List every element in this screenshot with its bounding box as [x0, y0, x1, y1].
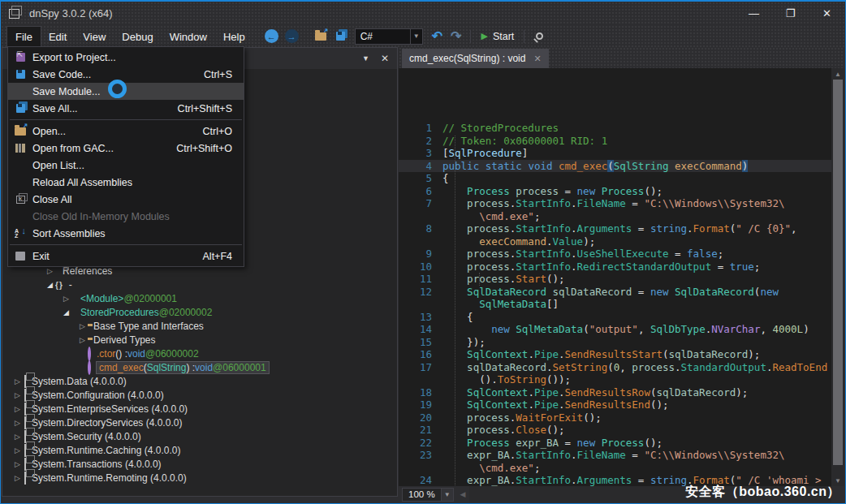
scroll-up-icon[interactable]: ▲ [831, 68, 844, 80]
tree-item[interactable]: ▷System.Security (4.0.0.0) [2, 429, 397, 443]
code-line[interactable]: 20 process.WaitForExit(); [399, 411, 831, 424]
code-content[interactable]: 1// StoredProcedures2// Token: 0x0600000… [399, 68, 831, 486]
tab-close-icon[interactable]: ✕ [533, 54, 541, 64]
menu-item-close-all[interactable]: Close All [8, 191, 244, 208]
vertical-scrollbar-thumb[interactable] [833, 80, 843, 465]
tree-expander-icon[interactable]: ▷ [12, 419, 23, 427]
code-line[interactable]: 19 SqlContext.Pipe.SendResultsEnd(); [399, 398, 831, 411]
code-line[interactable]: SqlMetaData[] [399, 298, 831, 311]
code-line[interactable]: 16 SqlContext.Pipe.SendResultsStart(sqlD… [399, 348, 831, 361]
code-line[interactable]: 1// StoredProcedures [399, 122, 831, 135]
pane-menu-caret-icon[interactable]: ▼ [362, 54, 369, 62]
tree-expander-icon[interactable]: ▷ [12, 433, 23, 441]
tree-expander-icon[interactable]: ▷ [12, 391, 23, 399]
menubar-item-window[interactable]: Window [162, 27, 215, 47]
menubar-item-view[interactable]: View [75, 27, 114, 47]
code-editor[interactable]: 1// StoredProcedures2// Token: 0x0600000… [399, 68, 844, 486]
scroll-left-icon[interactable]: ◀ [460, 490, 466, 498]
tree-expander-icon[interactable]: ▷ [12, 377, 23, 386]
tree-expander-icon[interactable]: ▷ [12, 460, 23, 468]
start-debug-button[interactable]: ▶ Start [476, 31, 519, 42]
vertical-scrollbar[interactable]: ▲ ▼ [831, 68, 844, 486]
tree-item[interactable]: cmd_exec(SqlString) : void @06000001 [2, 360, 397, 374]
menu-item-export-to-project[interactable]: Export to Project... [8, 49, 244, 66]
menu-item-sort-assemblies[interactable]: Sort Assemblies [8, 225, 244, 242]
menu-item-reload-all-assemblies[interactable]: Reload All Assemblies [8, 174, 244, 191]
code-line[interactable]: 22 Process expr_BA = new Process(); [399, 437, 831, 450]
code-line[interactable]: 9 process.StartInfo.UseShellExecute = fa… [399, 248, 831, 261]
close-button[interactable]: ✕ [809, 2, 845, 25]
tree-item[interactable]: .ctor() : void @06000002 [2, 347, 397, 360]
menu-item-close-old-in-memory-modules[interactable]: Close Old In-Memory Modules [8, 208, 244, 225]
code-line[interactable]: \cmd.exe"; [399, 210, 831, 223]
tree-item[interactable]: ◢{}- [2, 278, 397, 291]
code-line[interactable]: 13 { [399, 311, 831, 324]
redo-button[interactable]: ↷ [447, 28, 465, 44]
tree-expander-icon[interactable]: ▷ [77, 322, 88, 330]
chevron-down-icon[interactable]: ▼ [410, 29, 422, 44]
tree-expander-icon[interactable]: ▷ [12, 405, 23, 413]
code-line[interactable]: 6 Process process = new Process(); [399, 185, 831, 198]
tree-expander-icon[interactable]: ◢ [61, 308, 71, 317]
navigate-back-button[interactable]: ← [265, 29, 278, 43]
code-line[interactable]: ().ToString()); [399, 373, 831, 386]
code-line[interactable]: 21 process.Close(); [399, 424, 831, 437]
tree-item[interactable]: ▷System.Transactions (4.0.0.0) [2, 457, 397, 471]
menubar-item-debug[interactable]: Debug [114, 27, 161, 47]
tree-expander-icon[interactable]: ▷ [61, 295, 71, 303]
code-line[interactable]: 5{ [399, 172, 831, 185]
chevron-down-icon[interactable]: ▼ [441, 489, 453, 501]
tree-item[interactable]: ▷System.Data (4.0.0.0) [2, 374, 397, 388]
menu-item-save-all[interactable]: Save All...Ctrl+Shift+S [8, 100, 244, 117]
tree-expander-icon[interactable]: ▷ [45, 267, 55, 275]
menu-item-open-from-gac[interactable]: Open from GAC...Ctrl+Shift+O [8, 140, 244, 157]
tree-item[interactable]: ▷<Module> @02000001 [2, 291, 397, 305]
code-line[interactable]: 3[SqlProcedure] [399, 147, 831, 160]
code-line[interactable]: 8 process.StartInfo.Arguments = string.F… [399, 222, 831, 235]
tree-item[interactable]: ▷Derived Types [2, 333, 397, 347]
code-line[interactable]: 4public static void cmd_exec(SqlString e… [399, 160, 831, 173]
zoom-combobox[interactable]: 100 % ▼ [402, 488, 454, 502]
navigate-forward-button[interactable]: → [285, 29, 299, 43]
open-file-button[interactable] [315, 32, 326, 41]
code-line[interactable]: 15 }); [399, 336, 831, 349]
tree-expander-icon[interactable]: ▷ [12, 446, 23, 454]
tree-expander-icon[interactable]: ◢ [45, 281, 55, 289]
code-line[interactable]: 11 process.Start(); [399, 273, 831, 286]
code-line[interactable]: 14 new SqlMetaData("output", SqlDbType.N… [399, 323, 831, 336]
tree-item[interactable]: ▷System.EnterpriseServices (4.0.0.0) [2, 402, 397, 416]
tab-cmd-exec[interactable]: cmd_exec(SqlString) : void ✕ [402, 49, 549, 68]
tree-item[interactable]: ▷Base Type and Interfaces [2, 319, 397, 333]
undo-button[interactable]: ↶ [428, 28, 447, 44]
menu-item-save-code[interactable]: Save Code...Ctrl+S [8, 66, 244, 83]
code-line[interactable]: 12 SqlDataRecord sqlDataRecord = new Sql… [399, 286, 831, 299]
code-token: ; [718, 248, 724, 260]
search-icon[interactable] [536, 32, 543, 40]
tree-item[interactable]: ◢StoredProcedures @02000002 [2, 305, 397, 319]
code-line[interactable]: \cmd.exe"; [399, 462, 831, 475]
menu-item-exit[interactable]: ExitAlt+F4 [8, 248, 244, 265]
code-line[interactable]: 17 sqlDataRecord.SetString(0, process.St… [399, 361, 831, 374]
language-combobox[interactable]: C# ▼ [355, 28, 423, 45]
code-line[interactable]: 2// Token: 0x06000001 RID: 1 [399, 135, 831, 148]
code-line[interactable]: 18 SqlContext.Pipe.SendResultsRow(sqlDat… [399, 386, 831, 399]
code-line[interactable]: 7 process.StartInfo.FileName = "C:\\Wind… [399, 197, 831, 210]
tree-item[interactable]: ▷System.Runtime.Caching (4.0.0.0) [2, 443, 397, 457]
tree-item[interactable]: ▷System.DirectoryServices (4.0.0.0) [2, 416, 397, 429]
tree-item[interactable]: ▷System.Runtime.Remoting (4.0.0.0) [2, 471, 397, 485]
code-line[interactable]: 10 process.StartInfo.RedirectStandardOut… [399, 261, 831, 274]
tree-item[interactable]: ▷System.Configuration (4.0.0.0) [2, 388, 397, 402]
tree-expander-icon[interactable]: ▷ [77, 336, 88, 344]
pane-close-icon[interactable]: ✕ [381, 53, 389, 64]
menu-item-open-list[interactable]: Open List... [8, 157, 244, 174]
code-line[interactable]: execCommand.Value); [399, 235, 831, 248]
menubar-item-file[interactable]: File [7, 27, 41, 47]
maximize-button[interactable]: ❐ [772, 2, 809, 25]
tree-expander-icon[interactable]: ▷ [12, 474, 23, 482]
minimize-button[interactable]: — [736, 2, 772, 25]
menubar-item-help[interactable]: Help [215, 27, 253, 47]
menu-item-open[interactable]: Open...Ctrl+O [8, 123, 244, 140]
menubar-item-edit[interactable]: Edit [41, 27, 75, 47]
save-all-button[interactable] [336, 32, 345, 41]
code-line[interactable]: 23 expr_BA.StartInfo.FileName = "C:\\Win… [399, 449, 831, 462]
